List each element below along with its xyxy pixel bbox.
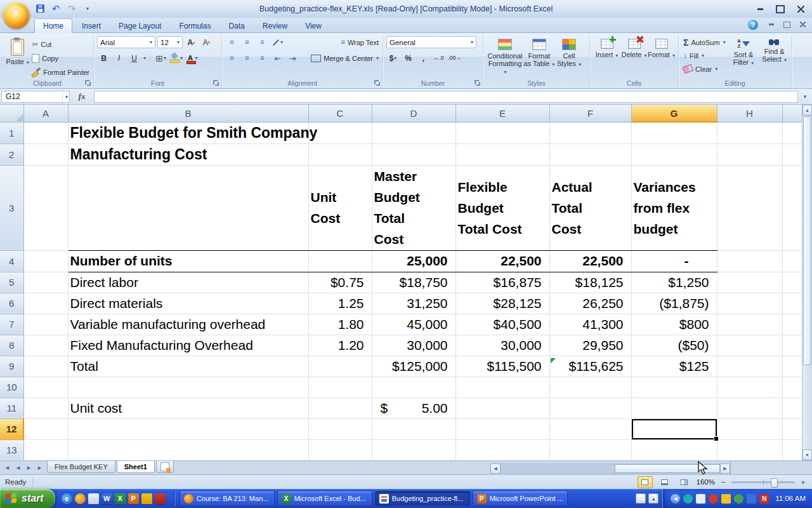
format-as-table-button[interactable]: Formatas Table ▾ bbox=[523, 36, 555, 75]
formula-bar-expand-button[interactable]: ▾ bbox=[799, 93, 811, 100]
sort-filter-button[interactable]: AZ Sort &Filter ▾ bbox=[730, 36, 758, 75]
fill-button[interactable]: ↓Fill▾ bbox=[682, 50, 727, 62]
cell[interactable] bbox=[782, 418, 802, 439]
cell[interactable] bbox=[717, 418, 782, 439]
cell[interactable] bbox=[23, 356, 68, 377]
cell-d6[interactable]: 31,250 bbox=[372, 293, 455, 314]
cell[interactable] bbox=[23, 314, 68, 335]
insert-cells-button[interactable]: Insert ▾ bbox=[593, 36, 620, 58]
cell-g6[interactable]: ($1,875) bbox=[631, 293, 717, 314]
align-top-button[interactable]: ≡ bbox=[225, 36, 239, 48]
autosum-button[interactable]: ΣAutoSum▾ bbox=[682, 36, 727, 48]
font-dialog-launcher[interactable] bbox=[213, 79, 219, 86]
cell[interactable] bbox=[23, 439, 68, 460]
cell[interactable] bbox=[372, 418, 455, 439]
quick-launch-outlook-icon[interactable] bbox=[88, 493, 99, 504]
tray-network-icon[interactable] bbox=[734, 494, 743, 504]
cell-e5[interactable]: $16,875 bbox=[455, 272, 549, 293]
cell-e8[interactable]: 30,000 bbox=[455, 335, 549, 356]
cell-g7[interactable]: $800 bbox=[631, 314, 717, 335]
sheet-tab-flex-budget-key[interactable]: Flex Budget KEY bbox=[47, 461, 115, 473]
cell-d7[interactable]: 45,000 bbox=[372, 314, 455, 335]
row-header-13[interactable]: 13 bbox=[0, 439, 23, 460]
taskbar-button-powerpoint[interactable]: P Microsoft PowerPoint ... bbox=[473, 491, 568, 506]
cell[interactable] bbox=[549, 418, 631, 439]
help-button[interactable]: ? bbox=[748, 20, 758, 30]
cell[interactable] bbox=[23, 122, 68, 144]
find-select-button[interactable]: Find &Select ▾ bbox=[760, 36, 789, 75]
cell-g4[interactable]: - bbox=[631, 250, 717, 272]
cell[interactable] bbox=[68, 165, 308, 250]
cell[interactable] bbox=[631, 439, 717, 460]
quick-launch-excel-icon[interactable]: X bbox=[115, 493, 126, 504]
cell[interactable] bbox=[717, 272, 782, 293]
quick-launch-firefox-icon[interactable] bbox=[75, 493, 86, 504]
maximize-button[interactable] bbox=[774, 4, 787, 13]
col-header-g[interactable]: G bbox=[631, 105, 717, 122]
cell[interactable] bbox=[631, 377, 717, 398]
cell-b5[interactable]: Direct labor bbox=[68, 272, 308, 293]
row-header-5[interactable]: 5 bbox=[0, 272, 23, 293]
row-header-4[interactable]: 4 bbox=[0, 250, 23, 272]
first-sheet-button[interactable]: ◀ bbox=[3, 463, 12, 472]
cell[interactable] bbox=[455, 418, 549, 439]
cell-f8[interactable]: 29,950 bbox=[549, 335, 631, 356]
cell-styles-button[interactable]: CellStyles ▾ bbox=[555, 36, 583, 75]
row-header-3[interactable]: 3 bbox=[0, 165, 23, 250]
quick-launch-media-icon[interactable] bbox=[155, 493, 166, 504]
workbook-minimize-button[interactable] bbox=[766, 20, 776, 29]
prev-sheet-button[interactable]: ◀ bbox=[13, 463, 23, 472]
cell[interactable] bbox=[782, 272, 802, 293]
cell[interactable] bbox=[631, 122, 717, 144]
col-header-f[interactable]: F bbox=[549, 105, 631, 122]
cell[interactable] bbox=[23, 398, 68, 418]
underline-button[interactable]: U bbox=[128, 52, 141, 64]
row-header-12[interactable]: 12 bbox=[0, 418, 23, 439]
selected-cell-g12[interactable] bbox=[631, 418, 717, 439]
row-header-7[interactable]: 7 bbox=[0, 314, 23, 335]
cell[interactable] bbox=[372, 144, 455, 165]
cell[interactable] bbox=[68, 377, 308, 398]
scroll-up-button[interactable]: ▲ bbox=[802, 105, 812, 116]
cell[interactable] bbox=[717, 377, 782, 398]
insert-worksheet-button[interactable] bbox=[156, 461, 174, 473]
cell[interactable] bbox=[455, 377, 549, 398]
tab-formulas[interactable]: Formulas bbox=[171, 20, 219, 32]
normal-view-button[interactable] bbox=[638, 476, 653, 488]
col-header-d[interactable]: D bbox=[372, 105, 455, 122]
save-button[interactable] bbox=[33, 3, 47, 15]
qat-customize-button[interactable]: ▾ bbox=[81, 3, 95, 15]
shrink-font-button[interactable]: A▾ bbox=[200, 36, 213, 48]
cell-g3[interactable]: Variances from flex budget bbox=[631, 165, 717, 250]
cell[interactable] bbox=[308, 356, 372, 377]
cell[interactable] bbox=[717, 165, 782, 250]
minimize-button[interactable] bbox=[754, 4, 766, 13]
col-header-h[interactable]: H bbox=[717, 105, 782, 122]
page-break-view-button[interactable] bbox=[677, 476, 692, 488]
page-layout-view-button[interactable] bbox=[657, 476, 672, 488]
cell[interactable] bbox=[455, 144, 549, 165]
tray-messenger-icon[interactable] bbox=[683, 494, 693, 504]
name-box-dropdown[interactable]: ▾ bbox=[62, 91, 68, 102]
cell[interactable] bbox=[549, 377, 631, 398]
cell[interactable] bbox=[308, 122, 372, 144]
percent-style-button[interactable]: % bbox=[402, 52, 415, 64]
hidden-icons-button[interactable]: ◀ bbox=[671, 494, 680, 504]
cell[interactable] bbox=[308, 418, 372, 439]
increase-decimal-button[interactable]: ←.0 bbox=[432, 52, 445, 64]
tab-home[interactable]: Home bbox=[34, 18, 72, 33]
cell[interactable] bbox=[372, 377, 455, 398]
cell[interactable] bbox=[782, 144, 802, 165]
tray-volume-icon[interactable] bbox=[696, 494, 705, 504]
zoom-out-button[interactable]: − bbox=[719, 478, 727, 486]
fill-color-button[interactable]: ▾ bbox=[169, 52, 183, 64]
align-middle-button[interactable]: ≡ bbox=[240, 36, 254, 48]
quick-launch-folder-icon[interactable] bbox=[141, 493, 152, 504]
cell-c6[interactable]: 1.25 bbox=[308, 293, 372, 314]
tab-page-layout[interactable]: Page Layout bbox=[110, 20, 169, 32]
workbook-close-button[interactable] bbox=[797, 20, 808, 29]
cell[interactable] bbox=[23, 335, 68, 356]
cell[interactable] bbox=[23, 293, 68, 314]
cell-d3[interactable]: Master Budget Total Cost bbox=[372, 165, 455, 250]
font-color-button[interactable]: A▾ bbox=[185, 52, 199, 64]
